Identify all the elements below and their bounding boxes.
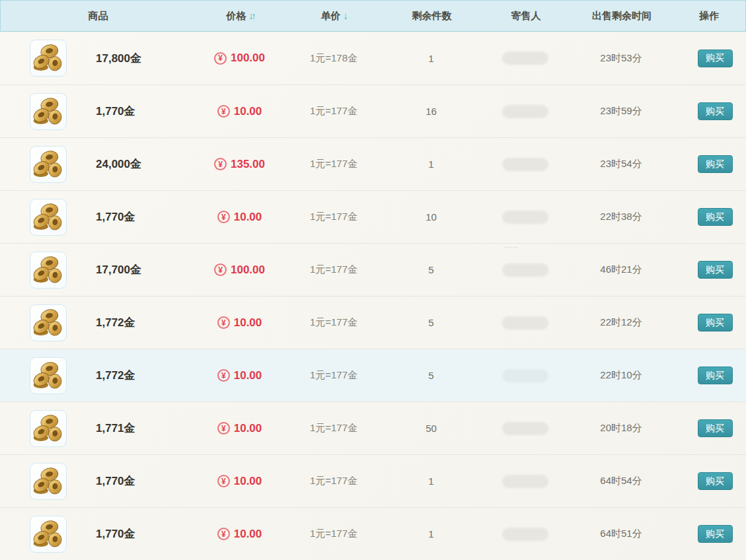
- product-cell: 1,770金: [0, 93, 195, 130]
- column-header-action: 操作: [671, 10, 746, 22]
- buy-button[interactable]: 购买: [698, 367, 733, 384]
- action-cell: 购买: [671, 208, 746, 226]
- action-cell: 购买: [671, 525, 746, 543]
- product-cell: 1,771金: [0, 410, 195, 447]
- yuan-circle-icon: ¥: [217, 316, 230, 329]
- time-remaining: 46时21分: [572, 263, 671, 276]
- product-amount: 1,772金: [96, 315, 135, 330]
- buy-button[interactable]: 购买: [698, 208, 733, 226]
- action-cell: 购买: [671, 472, 746, 490]
- column-header-quantity: 剩余件数: [384, 10, 480, 22]
- seller-cell: [479, 369, 572, 382]
- buy-button[interactable]: 购买: [698, 419, 733, 437]
- product-cell: 17,800金: [0, 40, 195, 77]
- product-cell: 1,772金: [0, 357, 195, 394]
- product-column-label: 商品: [89, 10, 108, 22]
- gold-coins-icon: [30, 93, 67, 130]
- seller-cell: [479, 263, 572, 277]
- product-cell: 24,000金: [0, 146, 195, 183]
- gold-coins-icon: [30, 357, 67, 394]
- seller-cell: [479, 105, 572, 118]
- remaining-quantity: 10: [383, 211, 479, 223]
- unit-price-value: 1元=178金: [284, 52, 383, 65]
- seller-cell: [479, 316, 572, 330]
- gold-listing-table: 商品 价格 ↓ ↑ 单价 ↓ 剩余件数 寄售人 出售剩余时间 操作: [0, 0, 746, 560]
- time-remaining: 22时38分: [572, 211, 671, 223]
- remaining-quantity: 16: [383, 106, 479, 117]
- price-value: 10.00: [234, 316, 262, 330]
- price-cell: ¥ 10.00: [195, 105, 284, 118]
- price-cell: ¥ 135.00: [195, 158, 284, 171]
- buy-button[interactable]: 购买: [698, 525, 733, 543]
- product-amount: 24,000金: [96, 157, 141, 172]
- seller-name-blurred: [502, 211, 548, 224]
- yuan-circle-icon: ¥: [214, 263, 227, 276]
- seller-name-blurred: [502, 528, 548, 541]
- time-remaining: 23时54分: [572, 158, 671, 170]
- table-row: 1,771金 ¥ 10.00 1元=177金 50 20时18分 购买: [0, 402, 746, 454]
- buy-button[interactable]: 购买: [698, 261, 733, 279]
- yuan-circle-icon: ¥: [217, 475, 230, 487]
- table-row: 1,772金 ¥ 10.00 1元=177金 5 22时10分 购买: [0, 349, 746, 402]
- action-cell: 购买: [671, 50, 746, 67]
- price-cell: ¥ 10.00: [195, 211, 284, 224]
- seller-cell: [479, 422, 572, 435]
- buy-button[interactable]: 购买: [698, 50, 733, 67]
- column-header-product: 商品: [1, 10, 196, 22]
- unit-price-value: 1元=177金: [284, 422, 383, 435]
- gold-coins-icon: [30, 199, 67, 236]
- time-remaining: 64时54分: [572, 475, 671, 487]
- product-amount: 1,770金: [96, 526, 135, 542]
- gold-coins-icon: [30, 252, 67, 289]
- yuan-circle-icon: ¥: [217, 211, 230, 223]
- time-remaining: 22时12分: [572, 316, 671, 329]
- seller-cell: ·····: [479, 211, 572, 224]
- seller-name-blurred: [502, 316, 548, 330]
- price-value: 10.00: [234, 475, 262, 488]
- price-cell: ¥ 100.00: [195, 263, 284, 277]
- column-header-time: 出售剩余时间: [572, 10, 671, 22]
- column-header-unit-price[interactable]: 单价 ↓: [285, 10, 384, 22]
- remaining-quantity: 50: [383, 423, 479, 434]
- unit-price-value: 1元=177金: [284, 316, 383, 329]
- buy-button[interactable]: 购买: [698, 102, 733, 120]
- table-body: 17,800金 ¥ 100.00 1元=178金 1 23时53分 购买 1,7…: [0, 32, 746, 560]
- price-value: 10.00: [234, 211, 262, 224]
- buy-button[interactable]: 购买: [698, 472, 733, 490]
- table-header: 商品 价格 ↓ ↑ 单价 ↓ 剩余件数 寄售人 出售剩余时间 操作: [0, 0, 746, 32]
- buy-button[interactable]: 购买: [698, 155, 733, 173]
- time-remaining: 22时10分: [572, 369, 671, 382]
- sort-down-icon[interactable]: ↓: [344, 11, 348, 21]
- price-cell: ¥ 10.00: [195, 528, 284, 541]
- gold-coins-icon: [30, 146, 67, 183]
- price-column-label: 价格: [227, 10, 246, 22]
- table-row: 17,700金 ¥ 100.00 1元=177金 5 46时21分 购买: [0, 243, 746, 296]
- action-cell: 购买: [671, 367, 746, 384]
- remaining-quantity: 5: [383, 317, 479, 328]
- gold-coins-icon: [30, 304, 67, 341]
- seller-name-blurred: [502, 369, 548, 382]
- yuan-circle-icon: ¥: [217, 528, 230, 540]
- product-amount: 1,771金: [96, 421, 135, 436]
- table-row: 1,770金 ¥ 10.00 1元=177金 1 ·. 64时51分 购买: [0, 507, 746, 560]
- column-header-price[interactable]: 价格 ↓ ↑: [196, 10, 285, 22]
- time-remaining: 20时18分: [572, 422, 671, 435]
- action-cell: 购买: [671, 314, 746, 332]
- table-row: 1,772金 ¥ 10.00 1元=177金 5 22时12分 购买: [0, 296, 746, 349]
- seller-cell: [479, 158, 572, 171]
- time-remaining: 23时59分: [572, 105, 671, 118]
- seller-name-blurred: [502, 158, 548, 171]
- seller-cell: [479, 52, 572, 65]
- remaining-quantity: 5: [383, 264, 479, 275]
- price-cell: ¥ 10.00: [195, 369, 284, 382]
- unit-price-value: 1元=177金: [284, 158, 383, 170]
- price-value: 100.00: [231, 263, 265, 277]
- product-amount: 1,770金: [96, 473, 135, 489]
- gold-coins-icon: [30, 516, 67, 553]
- product-amount: 1,772金: [96, 368, 135, 383]
- remaining-quantity: 1: [383, 528, 479, 540]
- sort-both-icon[interactable]: ↓ ↑: [249, 11, 254, 21]
- buy-button[interactable]: 购买: [698, 314, 733, 332]
- time-remaining: 64时51分: [572, 528, 671, 540]
- unit-price-value: 1元=177金: [284, 211, 383, 223]
